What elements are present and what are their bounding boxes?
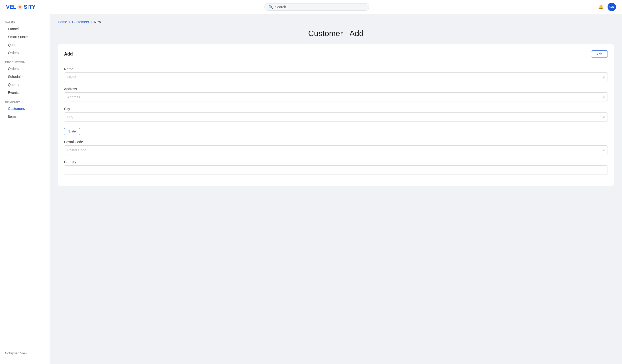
sidebar-item-smart-quote[interactable]: Smart Quote (0, 33, 50, 41)
sidebar-item-orders-sales[interactable]: Orders (0, 49, 50, 57)
address-field: Address ⧉ (64, 87, 608, 102)
city-input-wrap: ⧉ (64, 112, 608, 122)
sidebar-item-funnel[interactable]: Funnel (0, 25, 50, 33)
postal-code-field: Postal Code ⧉ (64, 140, 608, 155)
breadcrumb-sep-1: › (69, 20, 70, 24)
bell-icon[interactable]: 🔔 (598, 4, 604, 10)
sidebar-item-quotes[interactable]: Quotes (0, 41, 50, 49)
breadcrumb: Home › Customers › New (58, 20, 614, 24)
country-label: Country (64, 160, 608, 164)
breadcrumb-current: New (94, 20, 101, 24)
address-label: Address (64, 87, 608, 91)
sidebar-section-title-sales: SALES (0, 19, 50, 25)
form-card-title: Add (64, 52, 73, 57)
city-input[interactable] (64, 112, 608, 122)
address-input[interactable] (64, 92, 608, 102)
search-input[interactable] (275, 5, 365, 9)
country-input[interactable]: United States (64, 165, 608, 175)
address-input-wrap: ⧉ (64, 92, 608, 102)
sidebar-item-orders-production[interactable]: Orders (0, 65, 50, 73)
sidebar-collapsed-view[interactable]: Collapsed View (0, 347, 50, 359)
postal-code-label: Postal Code (64, 140, 608, 144)
svg-point-1 (19, 6, 21, 8)
page-title: Customer - Add (58, 29, 614, 38)
sidebar-item-queues[interactable]: Queues (0, 81, 50, 89)
sidebar-section-title-company: COMPANY (0, 99, 50, 105)
header-right: 🔔 GN (598, 3, 616, 11)
sidebar-section-title-production: PRODUCTION (0, 59, 50, 65)
add-button[interactable]: Add (591, 50, 608, 58)
sidebar-section-production: PRODUCTION Orders Schedule Queues Events (0, 59, 50, 97)
breadcrumb-home[interactable]: Home (58, 20, 67, 24)
city-label: City (64, 107, 608, 111)
logo-icon (17, 4, 23, 10)
search-icon: 🔍 (269, 5, 273, 9)
name-field: Name ⧉ (64, 67, 608, 82)
state-field: State (64, 127, 608, 135)
postal-code-input-wrap: ⧉ (64, 145, 608, 155)
country-input-wrap: United States (64, 165, 608, 175)
app-body: SALES Funnel Smart Quote Quotes Orders P… (0, 14, 622, 364)
form-card-header: Add Add (64, 50, 608, 61)
postal-code-input[interactable] (64, 145, 608, 155)
sidebar-item-events[interactable]: Events (0, 89, 50, 97)
sidebar-section-sales: SALES Funnel Smart Quote Quotes Orders (0, 19, 50, 57)
country-field: Country United States (64, 160, 608, 175)
logo-text-sity: SITY (24, 4, 35, 10)
breadcrumb-customers[interactable]: Customers (72, 20, 89, 24)
sidebar-item-items[interactable]: Items (0, 113, 50, 121)
breadcrumb-sep-2: › (91, 20, 92, 24)
name-input-wrap: ⧉ (64, 72, 608, 82)
avatar[interactable]: GN (608, 3, 616, 11)
app-logo: VEL SITY (6, 4, 35, 10)
form-card: Add Add Name ⧉ Address ⧉ (58, 44, 614, 186)
city-field: City ⧉ (64, 107, 608, 122)
sidebar-section-company: COMPANY Customers Items (0, 99, 50, 121)
sidebar-item-customers[interactable]: Customers (0, 105, 50, 113)
sidebar-sections: SALES Funnel Smart Quote Quotes Orders P… (0, 19, 50, 122)
main-content: Home › Customers › New Customer - Add Ad… (50, 14, 622, 364)
logo-text-vel: VEL (6, 4, 16, 10)
name-label: Name (64, 67, 608, 71)
state-button[interactable]: State (64, 128, 80, 135)
search-bar[interactable]: 🔍 (264, 3, 369, 11)
sidebar-item-schedule[interactable]: Schedule (0, 73, 50, 81)
sidebar: SALES Funnel Smart Quote Quotes Orders P… (0, 14, 50, 364)
app-header: VEL SITY 🔍 🔔 GN (0, 0, 622, 14)
name-input[interactable] (64, 72, 608, 82)
